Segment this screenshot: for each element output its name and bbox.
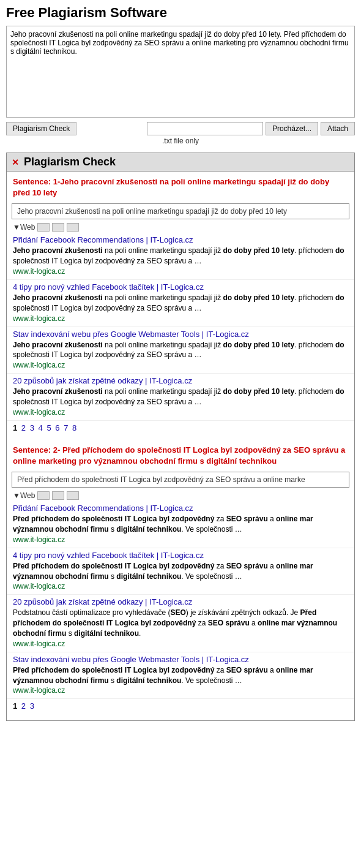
s1-result-4-link[interactable]: 20 způsobů jak získat zpětné odkazy | IT… xyxy=(13,376,348,385)
app-title: Free Plagiarism Software xyxy=(6,5,355,21)
s1-result-4-snippet: Jeho pracovní zkušenosti na poli online … xyxy=(13,387,348,407)
main-textarea[interactable] xyxy=(6,26,355,118)
sentence2-section: Sentence: 2- Před příchodem do společnos… xyxy=(7,440,354,715)
file-input-area: Procházet... Attach xyxy=(147,122,355,135)
web-icon-1a xyxy=(37,223,50,232)
s2-result-4-snippet: Před příchodem do společnosti IT Logica … xyxy=(13,665,348,686)
web-icon-1b xyxy=(52,223,64,232)
top-section: Free Plagiarism Software Plagiarism Chec… xyxy=(0,0,361,150)
s1-result-3-link[interactable]: Stav indexování webu přes Google Webmast… xyxy=(13,330,348,339)
results-header: ✕ Plagiarism Check xyxy=(7,153,354,172)
page-7-link-s1[interactable]: 7 xyxy=(64,423,68,432)
sentence1-search-box: Jeho pracovní zkušenosti na poli online … xyxy=(12,203,349,219)
page-6-link-s1[interactable]: 6 xyxy=(55,423,59,432)
s2-result-2-snippet: Před příchodem do společnosti IT Logica … xyxy=(13,561,348,582)
s1-result-3-snippet: Jeho pracovní zkušenosti na poli online … xyxy=(13,340,348,361)
toolbar: Plagiarism Check Procházet... Attach xyxy=(6,122,355,135)
results-panel: ✕ Plagiarism Check Sentence: 1-Jeho prac… xyxy=(6,153,355,721)
s1-result-1-snippet: Jeho pracovní zkušenosti na poli online … xyxy=(13,246,348,266)
attach-button[interactable]: Attach xyxy=(321,122,355,135)
s2-result-4-url: www.it-logica.cz xyxy=(13,686,348,695)
s2-result-3-url: www.it-logica.cz xyxy=(13,640,348,648)
s2-result-1: Přidání Facebook Recommendations | IT-Lo… xyxy=(7,501,354,548)
s2-result-2: 4 tipy pro nový vzhled Facebook tlačítek… xyxy=(7,548,354,595)
s2-result-1-snippet: Před příchodem do společnosti IT Logica … xyxy=(13,514,348,535)
sentence2-pagination: 1 2 3 xyxy=(7,699,354,714)
page-3-link-s1[interactable]: 3 xyxy=(30,423,34,432)
s1-result-3: Stav indexování webu přes Google Webmast… xyxy=(7,327,354,374)
web-icon-2a xyxy=(37,491,50,500)
browse-button[interactable]: Procházet... xyxy=(266,122,318,135)
s1-result-1-link[interactable]: Přidání Facebook Recommendations | IT-Lo… xyxy=(13,235,348,244)
s2-result-3-snippet: Podstatnou částí optimalizace pro vyhled… xyxy=(13,608,348,638)
s2-result-4-link[interactable]: Stav indexování webu přes Google Webmast… xyxy=(13,655,348,664)
sentence1-section: Sentence: 1-Jeho pracovní zkušenosti na … xyxy=(7,172,354,436)
page-3-link-s2[interactable]: 3 xyxy=(30,701,34,711)
s2-result-3-link[interactable]: 20 způsobů jak získat zpětné odkazy | IT… xyxy=(13,597,348,606)
web-icon-2c xyxy=(67,491,79,500)
web-icon-2b xyxy=(52,491,64,500)
results-title: Plagiarism Check xyxy=(24,156,116,168)
s1-result-3-url: www.it-logica.cz xyxy=(13,361,348,369)
s2-result-4: Stav indexování webu přes Google Webmast… xyxy=(7,652,354,700)
s1-result-4: 20 způsobů jak získat zpětné odkazy | IT… xyxy=(7,374,354,421)
sentence2-web-bar: ▼Web xyxy=(7,490,354,501)
s1-result-4-url: www.it-logica.cz xyxy=(13,408,348,417)
s2-result-1-link[interactable]: Přidání Facebook Recommendations | IT-Lo… xyxy=(13,504,348,513)
results-body: Sentence: 1-Jeho pracovní zkušenosti na … xyxy=(7,172,354,720)
file-note: .txt file only xyxy=(6,137,355,145)
page-current-1: 1 xyxy=(13,423,17,432)
page-current-2: 1 xyxy=(13,701,17,711)
web-label-2: ▼Web xyxy=(13,491,35,500)
s1-result-2: 4 tipy pro nový vzhled Facebook tlačítek… xyxy=(7,280,354,327)
plagiarism-check-button[interactable]: Plagiarism Check xyxy=(6,122,76,135)
s2-result-3: 20 způsobů jak získat zpětné odkazy | IT… xyxy=(7,595,354,652)
s1-result-1-url: www.it-logica.cz xyxy=(13,267,348,276)
sentence1-label: Sentence: 1-Jeho pracovní zkušenosti na … xyxy=(7,172,354,201)
s2-result-1-url: www.it-logica.cz xyxy=(13,535,348,544)
s1-result-2-link[interactable]: 4 tipy pro nový vzhled Facebook tlačítek… xyxy=(13,282,348,292)
s1-result-2-url: www.it-logica.cz xyxy=(13,314,348,323)
page-5-link-s1[interactable]: 5 xyxy=(47,423,51,432)
sentence1-pagination: 1 2 3 4 5 6 7 8 xyxy=(7,421,354,436)
s1-result-1: Přidání Facebook Recommendations | IT-Lo… xyxy=(7,233,354,280)
sentence1-web-bar: ▼Web xyxy=(7,222,354,233)
page-4-link-s1[interactable]: 4 xyxy=(39,423,43,432)
s2-result-2-url: www.it-logica.cz xyxy=(13,582,348,591)
file-text-box[interactable] xyxy=(147,122,263,135)
sentence2-label: Sentence: 2- Před příchodem do společnos… xyxy=(7,440,354,469)
s2-result-2-link[interactable]: 4 tipy pro nový vzhled Facebook tlačítek… xyxy=(13,551,348,560)
page-2-link-s2[interactable]: 2 xyxy=(21,701,26,711)
sentence2-search-box: Před příchodem do společnosti IT Logica … xyxy=(12,472,349,488)
close-icon[interactable]: ✕ xyxy=(12,157,19,167)
page-8-link-s1[interactable]: 8 xyxy=(72,423,76,432)
web-icon-1c xyxy=(67,223,79,232)
page-2-link-s1[interactable]: 2 xyxy=(21,423,26,432)
s1-result-2-snippet: Jeho pracovní zkušenosti na poli online … xyxy=(13,293,348,314)
web-label-1: ▼Web xyxy=(13,223,35,232)
